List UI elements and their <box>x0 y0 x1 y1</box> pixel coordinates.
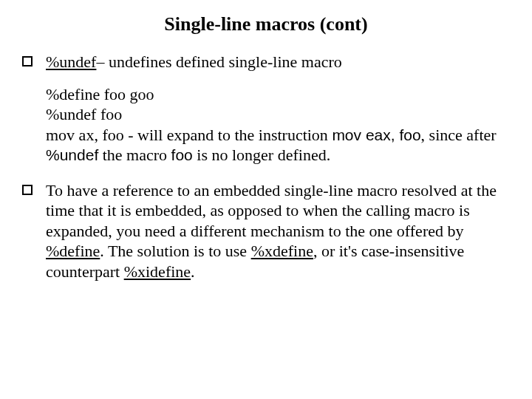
undef-directive: %undef <box>46 52 96 71</box>
square-bullet-icon <box>22 185 33 195</box>
code-line-2: %undef foo <box>46 104 510 125</box>
code-line-1: %define foo goo <box>46 84 510 105</box>
b2-t1: To have a reference to an embedded singl… <box>46 181 497 240</box>
code-example: %define foo goo %undef foo mov ax, foo -… <box>46 84 510 166</box>
bullet-1-rest: – undefines defined single-line macro <box>96 52 341 71</box>
xdefine-directive: %xdefine <box>251 242 313 260</box>
xidefine-directive: %xidefine <box>124 262 191 281</box>
bullet-2-text: To have a reference to an embedded singl… <box>46 180 510 282</box>
b2-t4: . <box>191 262 195 281</box>
code-line-3: mov ax, foo - will expand to the instruc… <box>46 125 510 166</box>
code-foo-inline: foo <box>171 146 193 163</box>
code-line-3g: is no longer defined. <box>193 146 330 164</box>
code-line-3c: , since after <box>421 126 497 144</box>
square-bullet-icon <box>22 56 33 66</box>
b2-t2: . The solution is to use <box>100 242 250 260</box>
slide: Single-line macros (cont) %undef– undefi… <box>0 0 532 399</box>
bullet-2: To have a reference to an embedded singl… <box>22 180 510 282</box>
code-undef-inline: %undef <box>46 146 98 163</box>
slide-title: Single-line macros (cont) <box>22 13 510 35</box>
code-line-3e: the macro <box>98 146 171 164</box>
code-mov-eax-foo: mov eax, foo <box>332 126 420 143</box>
bullet-1-text: %undef– undefines defined single-line ma… <box>46 52 510 72</box>
code-line-3a: mov ax, foo - will expand to the instruc… <box>46 126 332 144</box>
bullet-1: %undef– undefines defined single-line ma… <box>22 52 510 72</box>
define-directive: %define <box>46 242 100 260</box>
